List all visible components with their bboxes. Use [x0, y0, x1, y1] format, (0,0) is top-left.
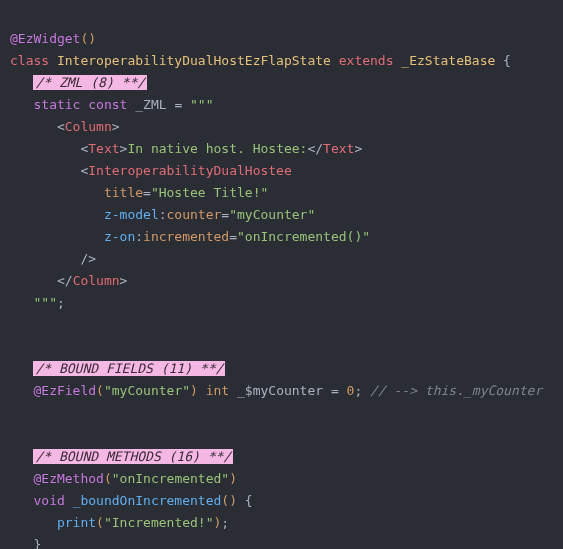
attr-counter: counter	[167, 207, 222, 222]
attr-val: "Hostee Title!"	[151, 185, 268, 200]
eq: =	[229, 229, 237, 244]
paren-close: )	[229, 471, 237, 486]
eq: =	[323, 383, 346, 398]
line-1: @EzWidget()	[10, 31, 96, 46]
tag-close: >	[112, 119, 120, 134]
str: "onIncremented"	[112, 471, 229, 486]
line-7: <InteroperabilityDualHostee	[10, 163, 292, 178]
line-10: z-on:incremented="onIncremented()"	[10, 229, 370, 244]
decorator: @EzWidget	[10, 31, 80, 46]
comment: // --> this._myCounter	[362, 383, 542, 398]
attr-incremented: incremented	[143, 229, 229, 244]
tag-hostee: InteroperabilityDualHostee	[88, 163, 292, 178]
var-name: _$myCounter	[237, 383, 323, 398]
semi: ;	[57, 295, 65, 310]
tag-open: <	[57, 119, 65, 134]
line-9: z-model:counter="myCounter"	[10, 207, 315, 222]
base-class: _EzStateBase	[401, 53, 495, 68]
colon: :	[135, 229, 143, 244]
brace: {	[237, 493, 253, 508]
void-kw: void	[33, 493, 72, 508]
tag-open: </	[57, 273, 73, 288]
str: "Incremented!"	[104, 515, 214, 530]
line-18: void _boundOnIncremented() {	[10, 493, 253, 508]
line-12: </Column>	[10, 273, 127, 288]
fn-name: _boundOnIncremented	[73, 493, 222, 508]
line-16: /* BOUND METHODS (16) **/	[10, 449, 233, 464]
line-15: @EzField("myCounter") int _$myCounter = …	[10, 383, 542, 398]
decorator: @EzField	[33, 383, 96, 398]
text-content: In native host. Hostee:	[127, 141, 307, 156]
paren: ()	[221, 493, 237, 508]
attr-title: title	[104, 185, 143, 200]
tag-close: >	[120, 273, 128, 288]
paren-open: (	[96, 383, 104, 398]
line-14: /* BOUND FIELDS (11) **/	[10, 361, 225, 376]
str: "myCounter"	[104, 383, 190, 398]
class-name: InteroperabilityDualHostEzFlapState	[57, 53, 331, 68]
tag-text: Text	[88, 141, 119, 156]
code-editor: @EzWidget() class InteroperabilityDualHo…	[0, 0, 563, 549]
line-8: title="Hostee Title!"	[10, 185, 268, 200]
eq: =	[143, 185, 151, 200]
triple-quote: """	[190, 97, 213, 112]
const-kw: const	[88, 97, 135, 112]
extends-keyword: extends	[331, 53, 401, 68]
paren: ()	[80, 31, 96, 46]
blank-2	[10, 339, 18, 354]
var-name: _ZML	[135, 97, 166, 112]
paren-close: )	[190, 383, 198, 398]
comment-bound-fields: /* BOUND FIELDS (11) **/	[33, 361, 225, 376]
fn-print: print	[57, 515, 96, 530]
attr-zon: z-on	[104, 229, 135, 244]
comment-zml: /* ZML (8) **/	[33, 75, 147, 90]
type-int: int	[198, 383, 237, 398]
paren-open: (	[104, 471, 112, 486]
blank-4	[10, 427, 18, 442]
attr-val: "onIncremented()"	[237, 229, 370, 244]
attr-val: "myCounter"	[229, 207, 315, 222]
class-keyword: class	[10, 53, 57, 68]
triple-quote: """	[33, 295, 56, 310]
eq: =	[221, 207, 229, 222]
static-kw: static	[33, 97, 88, 112]
line-19: print("Incremented!");	[10, 515, 229, 530]
tag-open2: </	[307, 141, 323, 156]
decorator: @EzMethod	[33, 471, 103, 486]
line-6: <Text>In native host. Hostee:</Text>	[10, 141, 362, 156]
eq: =	[167, 97, 190, 112]
line-3: /* ZML (8) **/	[10, 75, 147, 90]
line-17: @EzMethod("onIncremented")	[10, 471, 237, 486]
semi: ;	[221, 515, 229, 530]
brace: {	[495, 53, 511, 68]
self-close: />	[80, 251, 96, 266]
tag-text-close: Text	[323, 141, 354, 156]
colon: :	[159, 207, 167, 222]
blank-1	[10, 317, 18, 332]
paren-open: (	[96, 515, 104, 530]
attr-zmodel: z-model	[104, 207, 159, 222]
line-5: <Column>	[10, 119, 120, 134]
tag-close2: >	[354, 141, 362, 156]
brace: }	[33, 537, 41, 549]
line-20: }	[10, 537, 41, 549]
line-13: """;	[10, 295, 65, 310]
line-2: class InteroperabilityDualHostEzFlapStat…	[10, 53, 511, 68]
line-11: />	[10, 251, 96, 266]
comment-bound-methods: /* BOUND METHODS (16) **/	[33, 449, 233, 464]
tag-column: Column	[65, 119, 112, 134]
line-4: static const _ZML = """	[10, 97, 214, 112]
tag-column-close: Column	[73, 273, 120, 288]
blank-3	[10, 405, 18, 420]
